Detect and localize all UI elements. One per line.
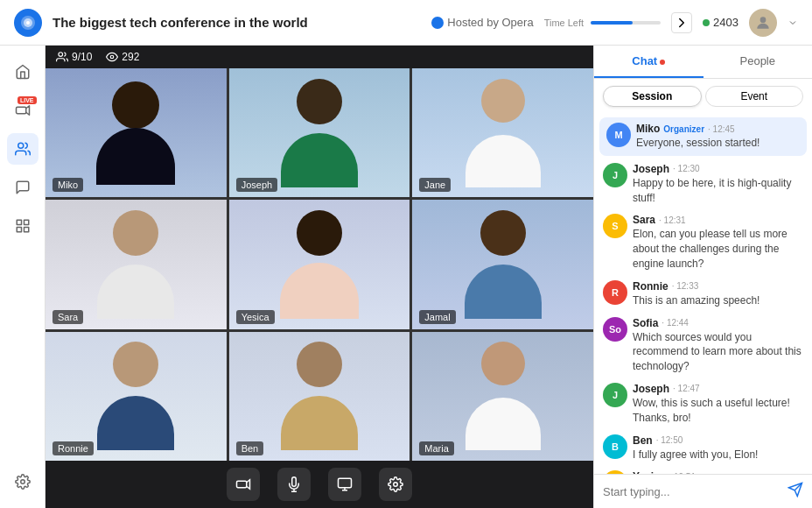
sidebar-item-grid[interactable]: [7, 210, 38, 242]
sidebar-item-chat[interactable]: [7, 172, 38, 203]
message-text: This is an amazing speech!: [633, 293, 803, 308]
home-icon: [15, 64, 31, 80]
chat-input[interactable]: [603, 485, 782, 498]
toggle-session[interactable]: Session: [603, 86, 702, 107]
logo-icon: [19, 14, 37, 32]
svg-rect-8: [17, 228, 21, 232]
video-label-jane: Jane: [419, 178, 451, 192]
chat-icon: [15, 180, 31, 195]
video-label-ben: Ben: [236, 441, 264, 455]
time-left-label: Time Left: [544, 18, 584, 28]
video-area: 9/10 292 Miko: [46, 46, 593, 508]
time-left-section: Time Left: [544, 18, 661, 28]
message-text: I fully agree with you, Elon!: [633, 448, 803, 462]
video-cell-joseph: Joseph: [229, 68, 410, 197]
message-avatar: B: [603, 434, 627, 459]
svg-point-10: [20, 480, 24, 484]
mic-button[interactable]: [277, 468, 311, 501]
video-label-jamal: Jamal: [419, 310, 455, 324]
svg-rect-13: [237, 481, 247, 488]
avatar-dropdown-icon[interactable]: [788, 18, 798, 28]
settings-button[interactable]: [379, 468, 412, 501]
message-text: Elon, can you please tell us more about …: [633, 227, 803, 271]
chat-message: S Sara · 12:31 Elon, can you please tell…: [603, 214, 803, 271]
message-text: Everyone, session started!: [636, 136, 800, 151]
message-name: Ben: [633, 434, 653, 447]
sidebar: LIVE: [0, 46, 46, 508]
message-time: · 12:33: [672, 281, 699, 291]
chat-message: R Ronnie · 12:33 This is an amazing spee…: [603, 280, 803, 308]
tab-chat[interactable]: Chat: [594, 46, 704, 78]
svg-point-2: [26, 21, 30, 25]
online-indicator: [703, 19, 710, 26]
video-cell-maria: Maria: [412, 332, 593, 461]
message-content: Sara · 12:31 Elon, can you please tell u…: [633, 214, 803, 271]
expand-button[interactable]: [671, 12, 692, 33]
video-top-bar: 9/10 292: [46, 46, 593, 68]
time-bar: [591, 21, 661, 25]
main-area: LIVE 9/10 292: [0, 46, 812, 508]
session-toggle: Session Event: [594, 79, 812, 114]
svg-rect-16: [339, 478, 352, 488]
message-name: Miko: [636, 123, 660, 135]
svg-point-5: [18, 143, 23, 148]
message-content: Joseph · 12:30 Happy to be here, it is h…: [633, 163, 803, 206]
sidebar-item-people[interactable]: [7, 133, 38, 165]
message-avatar: So: [603, 317, 627, 342]
live-badge: LIVE: [18, 96, 37, 104]
svg-point-11: [59, 53, 63, 57]
sidebar-item-settings[interactable]: [7, 466, 38, 497]
grid-icon: [15, 218, 31, 234]
tab-people[interactable]: People: [704, 46, 813, 78]
message-content: Joseph · 12:47 Wow, this is such a usefu…: [633, 383, 803, 426]
mic-icon: [286, 476, 302, 492]
svg-rect-6: [17, 220, 21, 224]
time-bar-fill: [591, 21, 633, 25]
participants-icon: [56, 51, 68, 63]
app-logo: [14, 9, 42, 37]
chat-message: J Joseph · 12:30 Happy to be here, it is…: [603, 163, 803, 206]
camera-button[interactable]: [227, 468, 260, 501]
chat-tabs: Chat People: [594, 46, 812, 79]
svg-rect-7: [24, 220, 28, 224]
message-content: Sofia · 12:44 Which sources would you re…: [633, 317, 803, 374]
screen-share-button[interactable]: [328, 468, 361, 501]
video-cell-sara: Sara: [46, 200, 227, 328]
eye-icon: [106, 51, 118, 63]
sidebar-item-live[interactable]: LIVE: [7, 95, 38, 126]
video-cell-ronnie: Ronnie: [46, 332, 227, 461]
message-avatar: J: [603, 163, 627, 187]
settings-icon: [15, 474, 31, 490]
user-avatar[interactable]: [749, 9, 777, 37]
send-button[interactable]: [788, 482, 803, 501]
video-cell-jane: Jane: [412, 68, 593, 197]
message-name: Sofia: [633, 317, 658, 329]
camera-icon: [235, 476, 251, 492]
message-content: Ronnie · 12:33 This is an amazing speech…: [633, 280, 803, 308]
sidebar-item-home[interactable]: [7, 56, 38, 88]
video-label-ronnie: Ronnie: [52, 441, 94, 455]
participants-stat: 9/10: [56, 51, 92, 63]
toggle-event[interactable]: Event: [705, 86, 804, 107]
expand-icon: [674, 15, 690, 31]
message-text: Happy to be here, it is high-quality stu…: [633, 176, 803, 206]
video-cell-ben: Ben: [229, 332, 410, 461]
video-cell-jamal: Jamal: [412, 200, 593, 328]
video-cell-yesica: Yesica: [229, 200, 410, 328]
svg-rect-4: [16, 107, 25, 114]
message-time: · 12:30: [673, 164, 700, 173]
video-cell-miko: Miko: [46, 68, 227, 197]
screen-share-icon: [337, 476, 353, 492]
viewers-stat: 292: [106, 51, 139, 63]
viewer-count: 2403: [703, 16, 738, 29]
video-label-yesica: Yesica: [236, 310, 275, 324]
message-time: · 12:50: [656, 435, 683, 445]
send-icon: [788, 482, 803, 497]
message-header: Joseph · 12:30: [633, 163, 803, 175]
message-header: Sara · 12:31: [633, 214, 803, 226]
message-header: Ronnie · 12:33: [633, 280, 803, 293]
message-header: Sofia · 12:44: [633, 317, 803, 329]
video-icon: [15, 102, 31, 118]
message-header: Ben · 12:50: [633, 434, 803, 447]
chat-message: B Ben · 12:50 I fully agree with you, El…: [603, 434, 803, 462]
